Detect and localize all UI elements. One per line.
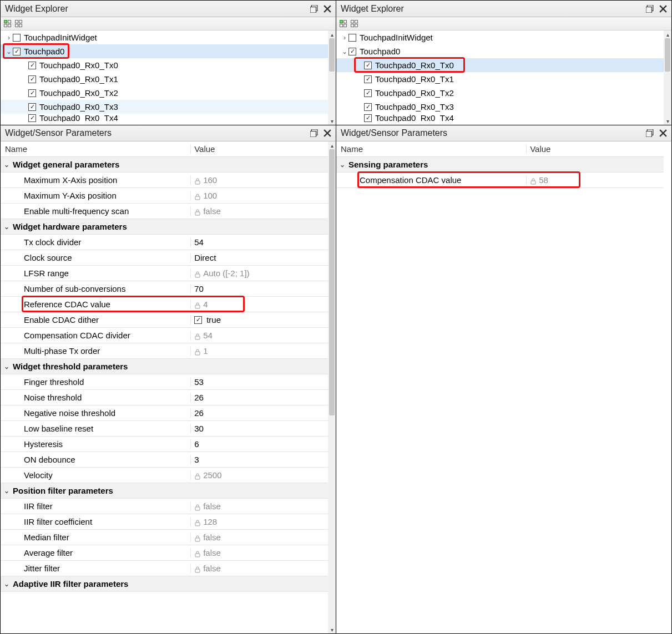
param-value[interactable]: 160 bbox=[190, 175, 328, 185]
scroll-thumb[interactable] bbox=[665, 38, 670, 72]
param-value[interactable]: 70 bbox=[190, 284, 328, 293]
param-row[interactable]: Average filterfalse bbox=[1, 545, 328, 561]
tree-item[interactable]: ⌄Touchpad0 bbox=[336, 44, 671, 58]
param-row[interactable]: Tx clock divider54 bbox=[1, 235, 328, 250]
scroll-up-icon[interactable]: ▴ bbox=[328, 141, 336, 149]
checkbox[interactable] bbox=[364, 62, 372, 69]
scroll-up-icon[interactable]: ▴ bbox=[328, 31, 336, 38]
expand-icon[interactable]: ⌄ bbox=[1, 161, 13, 169]
param-row[interactable]: ON debounce3 bbox=[1, 452, 328, 468]
checkbox[interactable] bbox=[28, 103, 36, 111]
param-value[interactable]: true bbox=[190, 315, 328, 324]
param-value[interactable]: 26 bbox=[190, 408, 328, 418]
param-value[interactable]: Auto ([-2; 1]) bbox=[190, 268, 328, 278]
tree-item[interactable]: ›TouchpadInitWidget bbox=[1, 31, 336, 44]
param-row[interactable]: Jitter filterfalse bbox=[1, 561, 328, 576]
tree-item[interactable]: Touchpad0_Rx0_Tx2 bbox=[336, 86, 671, 100]
close-icon[interactable] bbox=[659, 129, 667, 137]
param-row[interactable]: Noise threshold26 bbox=[1, 390, 328, 405]
close-icon[interactable] bbox=[324, 129, 331, 137]
tree-item[interactable]: Touchpad0_Rx0_Tx2 bbox=[1, 86, 336, 100]
checkbox[interactable] bbox=[364, 114, 372, 122]
param-row[interactable]: Clock sourceDirect bbox=[1, 250, 328, 266]
tree-item[interactable]: Touchpad0_Rx0_Tx3 bbox=[1, 100, 336, 114]
param-value[interactable]: Direct bbox=[190, 253, 328, 262]
param-value[interactable]: false bbox=[190, 532, 328, 542]
param-row[interactable]: LFSR rangeAuto ([-2; 1]) bbox=[1, 266, 328, 281]
param-row[interactable]: Maximum X-Axis position160 bbox=[1, 173, 328, 188]
tree-item[interactable]: Touchpad0_Rx0_Tx0 bbox=[1, 58, 336, 72]
tree-item[interactable]: ›TouchpadInitWidget bbox=[336, 31, 671, 44]
param-row[interactable]: Median filterfalse bbox=[1, 530, 328, 545]
expand-icon[interactable]: ⌄ bbox=[1, 223, 13, 231]
param-value[interactable]: 54 bbox=[190, 331, 328, 340]
param-row[interactable]: Maximum Y-Axis position100 bbox=[1, 188, 328, 204]
uncheck-all-icon[interactable] bbox=[351, 20, 358, 28]
param-row[interactable]: IIR filter coefficient128 bbox=[1, 514, 328, 530]
param-value[interactable]: false bbox=[190, 548, 328, 557]
scrollbar[interactable]: ▴ ▾ bbox=[664, 31, 671, 125]
tree-item[interactable]: Touchpad0_Rx0_Tx4 bbox=[1, 114, 336, 122]
param-group[interactable]: ⌄Widget threshold parameters bbox=[1, 359, 328, 374]
param-value[interactable]: 26 bbox=[190, 393, 328, 402]
param-row[interactable]: Negative noise threshold26 bbox=[1, 405, 328, 421]
tree-item[interactable]: Touchpad0_Rx0_Tx1 bbox=[336, 72, 671, 86]
close-icon[interactable] bbox=[659, 5, 667, 13]
param-row[interactable]: Low baseline reset30 bbox=[1, 421, 328, 437]
param-row[interactable]: IIR filterfalse bbox=[1, 499, 328, 514]
expand-icon[interactable]: ⌄ bbox=[336, 161, 348, 169]
checkbox[interactable] bbox=[364, 75, 372, 83]
param-group[interactable]: ⌄Widget hardware parameters bbox=[1, 219, 328, 235]
checkbox[interactable] bbox=[348, 48, 356, 55]
param-row[interactable]: Compensation CDAC divider54 bbox=[1, 328, 328, 343]
param-row[interactable]: Enable CDAC dithertrue bbox=[1, 312, 328, 328]
checkbox[interactable] bbox=[194, 316, 202, 324]
checkbox[interactable] bbox=[28, 114, 36, 122]
checkbox[interactable] bbox=[13, 34, 21, 42]
param-row[interactable]: Finger threshold53 bbox=[1, 374, 328, 390]
expand-icon[interactable]: ⌄ bbox=[1, 363, 13, 371]
param-group[interactable]: ⌄Sensing parameters bbox=[336, 157, 664, 173]
restore-icon[interactable] bbox=[310, 129, 318, 137]
scroll-up-icon[interactable]: ▴ bbox=[664, 31, 671, 38]
expand-icon[interactable]: ⌄ bbox=[341, 48, 348, 55]
tree-item[interactable]: Touchpad0_Rx0_Tx0 bbox=[336, 58, 671, 72]
param-value[interactable]: 100 bbox=[190, 191, 328, 200]
tree-item[interactable]: ⌄Touchpad0 bbox=[1, 44, 336, 58]
expand-icon[interactable]: ⌄ bbox=[1, 580, 13, 588]
param-group[interactable]: ⌄Widget general parameters bbox=[1, 157, 328, 173]
scrollbar[interactable]: ▴ ▾ bbox=[328, 141, 336, 633]
tree-item[interactable]: Touchpad0_Rx0_Tx1 bbox=[1, 72, 336, 86]
tree-item[interactable]: Touchpad0_Rx0_Tx3 bbox=[336, 100, 671, 114]
param-group[interactable]: ⌄Position filter parameters bbox=[1, 483, 328, 499]
param-value[interactable]: 58 bbox=[526, 175, 664, 185]
scroll-down-icon[interactable]: ▾ bbox=[328, 117, 336, 125]
param-row[interactable]: Number of sub-conversions70 bbox=[1, 281, 328, 297]
checkbox[interactable] bbox=[13, 48, 21, 55]
checkbox[interactable] bbox=[364, 89, 372, 97]
checkbox[interactable] bbox=[28, 89, 36, 97]
expand-icon[interactable]: ⌄ bbox=[1, 487, 13, 495]
param-value[interactable]: 1 bbox=[190, 346, 328, 356]
restore-icon[interactable] bbox=[646, 5, 654, 13]
param-row[interactable]: Enable multi-frequency scanfalse bbox=[1, 204, 328, 219]
param-group[interactable]: ⌄Adaptive IIR filter parameters bbox=[1, 576, 328, 592]
scroll-down-icon[interactable]: ▾ bbox=[328, 626, 336, 633]
param-row[interactable]: Reference CDAC value4 bbox=[1, 297, 328, 312]
param-value[interactable]: 4 bbox=[190, 300, 328, 309]
check-all-icon[interactable] bbox=[340, 20, 347, 28]
param-value[interactable]: 54 bbox=[190, 237, 328, 247]
expand-icon[interactable]: ⌄ bbox=[5, 48, 13, 55]
param-row[interactable]: Hysteresis6 bbox=[1, 437, 328, 452]
param-row[interactable]: Velocity2500 bbox=[1, 468, 328, 483]
scroll-thumb[interactable] bbox=[329, 38, 335, 72]
param-row[interactable]: Compensation CDAC value58 bbox=[336, 173, 664, 188]
expand-icon[interactable]: › bbox=[5, 34, 13, 42]
check-all-icon[interactable] bbox=[4, 20, 12, 28]
close-icon[interactable] bbox=[324, 5, 331, 13]
restore-icon[interactable] bbox=[310, 5, 318, 13]
scrollbar[interactable]: ▴ ▾ bbox=[328, 31, 336, 125]
checkbox[interactable] bbox=[28, 62, 36, 69]
param-value[interactable]: 30 bbox=[190, 424, 328, 433]
param-value[interactable]: 53 bbox=[190, 377, 328, 387]
